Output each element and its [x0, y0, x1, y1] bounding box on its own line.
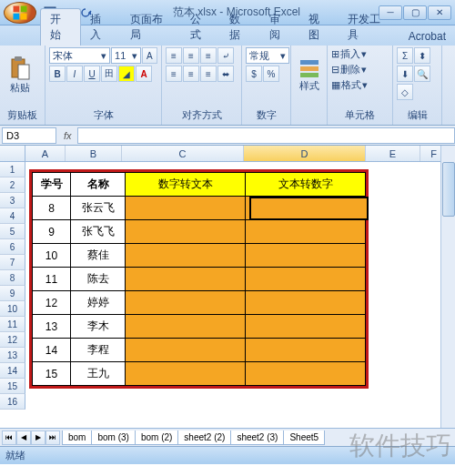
fx-button[interactable]: fx — [58, 130, 77, 141]
ribbon-tab-6[interactable]: 视图 — [299, 9, 339, 46]
cell-id[interactable]: 13 — [33, 315, 71, 339]
row-header-5[interactable]: 5 — [0, 224, 25, 239]
format-cells-button[interactable]: ▦ 格式 ▾ — [331, 78, 368, 92]
cell-num-to-text[interactable] — [126, 244, 246, 268]
tab-nav-next[interactable]: ▶ — [31, 430, 46, 445]
formula-input[interactable] — [77, 127, 455, 144]
cell-num-to-text[interactable] — [126, 315, 246, 339]
cell-text-to-num[interactable] — [246, 362, 366, 386]
sheet-tab-1[interactable]: bom (3) — [91, 430, 135, 445]
cell-text-to-num[interactable] — [246, 339, 366, 362]
align-bottom-button[interactable]: ≡ — [200, 47, 217, 64]
fill-color-button[interactable]: ◢ — [118, 66, 135, 82]
delete-cells-button[interactable]: ⊟ 删除 ▾ — [331, 63, 368, 76]
row-header-16[interactable]: 16 — [0, 394, 25, 410]
tab-nav-first[interactable]: ⏮ — [2, 430, 16, 445]
cell-num-to-text[interactable] — [126, 339, 246, 362]
row-header-14[interactable]: 14 — [0, 363, 25, 379]
scroll-thumb[interactable] — [442, 162, 455, 217]
font-color-button[interactable]: A — [136, 66, 152, 82]
grow-font-button[interactable]: A — [142, 47, 157, 64]
percent-button[interactable]: % — [263, 66, 279, 82]
ribbon-tab-8[interactable]: Acrobat — [399, 27, 455, 46]
name-box[interactable]: D3 — [2, 127, 56, 144]
clear-button[interactable]: ◇ — [397, 84, 413, 100]
cell-text-to-num[interactable] — [246, 220, 366, 244]
cell-id[interactable]: 9 — [33, 220, 71, 244]
cell-num-to-text[interactable] — [126, 291, 246, 315]
underline-button[interactable]: U — [84, 66, 100, 82]
cell-id[interactable]: 11 — [33, 268, 71, 291]
cell-num-to-text[interactable] — [126, 220, 246, 244]
row-header-13[interactable]: 13 — [0, 348, 25, 363]
align-left-button[interactable]: ≡ — [166, 66, 182, 82]
cell-id[interactable]: 8 — [33, 197, 71, 220]
fill-button[interactable]: ⬇ — [397, 66, 413, 82]
cell-name[interactable]: 蔡佳 — [71, 244, 126, 268]
office-button[interactable] — [4, 2, 36, 24]
row-header-7[interactable]: 7 — [0, 255, 25, 270]
ribbon-tab-2[interactable]: 页面布局 — [121, 9, 182, 46]
tab-nav-last[interactable]: ⏭ — [46, 430, 60, 445]
wrap-text-button[interactable]: ⤶ — [217, 47, 234, 64]
row-header-4[interactable]: 4 — [0, 208, 25, 224]
sheet-tab-5[interactable]: Sheet5 — [283, 430, 325, 445]
cell-text-to-num[interactable] — [246, 244, 366, 268]
border-button[interactable]: 田 — [101, 66, 117, 82]
cell-text-to-num[interactable] — [246, 291, 366, 315]
cell-id[interactable]: 10 — [33, 244, 71, 268]
row-header-3[interactable]: 3 — [0, 193, 25, 208]
cell-name[interactable]: 李程 — [71, 339, 126, 362]
maximize-button[interactable]: ▢ — [403, 5, 427, 20]
ribbon-tab-0[interactable]: 开始 — [40, 8, 81, 46]
column-header-C[interactable]: C — [122, 146, 244, 161]
close-button[interactable]: ✕ — [428, 5, 451, 20]
number-format-combo[interactable]: 常规▾ — [246, 47, 289, 64]
cell-name[interactable]: 李木 — [71, 315, 126, 339]
sheet-tab-2[interactable]: bom (2) — [135, 430, 178, 445]
styles-button[interactable]: 样式 — [295, 47, 323, 102]
cell-num-to-text[interactable] — [126, 362, 246, 386]
cell-text-to-num[interactable] — [246, 268, 366, 291]
sheet-tab-4[interactable]: sheet2 (3) — [230, 430, 284, 445]
ribbon-tab-7[interactable]: 开发工具 — [339, 9, 399, 46]
ribbon-tab-3[interactable]: 公式 — [181, 9, 220, 46]
row-header-1[interactable]: 1 — [0, 162, 25, 177]
row-header-15[interactable]: 15 — [0, 379, 25, 394]
column-header-E[interactable]: E — [366, 146, 420, 161]
sheet-tab-0[interactable]: bom — [62, 430, 92, 445]
cell-id[interactable]: 15 — [33, 362, 71, 386]
column-header-A[interactable]: A — [25, 146, 66, 161]
cell-id[interactable]: 12 — [33, 291, 71, 315]
paste-button[interactable]: 粘贴 — [4, 47, 36, 102]
tab-nav-prev[interactable]: ◀ — [16, 430, 31, 445]
bold-button[interactable]: B — [49, 66, 66, 82]
cell-name[interactable]: 王九 — [71, 362, 126, 386]
cell-text-to-num[interactable] — [246, 197, 366, 220]
column-header-B[interactable]: B — [66, 146, 122, 161]
row-header-11[interactable]: 11 — [0, 317, 25, 332]
insert-cells-button[interactable]: ⊞ 插入 ▾ — [331, 47, 368, 61]
cell-num-to-text[interactable] — [126, 268, 246, 291]
select-all-corner[interactable] — [0, 146, 25, 161]
row-header-10[interactable]: 10 — [0, 301, 25, 317]
ribbon-tab-5[interactable]: 审阅 — [260, 9, 299, 46]
sheet-tab-3[interactable]: sheet2 (2) — [177, 430, 231, 445]
align-top-button[interactable]: ≡ — [166, 47, 182, 64]
font-name-combo[interactable]: 宋体▾ — [49, 47, 110, 64]
cell-grid[interactable]: 学号 名称 数字转文本 文本转数字 8张云飞9张飞飞10蔡佳11陈去12婷婷13… — [25, 162, 455, 410]
cell-name[interactable]: 陈去 — [71, 268, 126, 291]
row-header-2[interactable]: 2 — [0, 177, 25, 193]
cell-name[interactable]: 张飞飞 — [71, 220, 126, 244]
ribbon-tab-1[interactable]: 插入 — [81, 9, 120, 46]
italic-button[interactable]: I — [66, 66, 83, 82]
row-header-9[interactable]: 9 — [0, 286, 25, 301]
find-button[interactable]: 🔍 — [414, 66, 430, 82]
cell-name[interactable]: 张云飞 — [71, 197, 126, 220]
row-header-6[interactable]: 6 — [0, 239, 25, 255]
row-header-8[interactable]: 8 — [0, 270, 25, 286]
merge-button[interactable]: ⬌ — [217, 66, 234, 82]
cell-id[interactable]: 14 — [33, 339, 71, 362]
autosum-button[interactable]: Σ — [397, 47, 413, 64]
font-size-combo[interactable]: 11▾ — [111, 47, 141, 64]
